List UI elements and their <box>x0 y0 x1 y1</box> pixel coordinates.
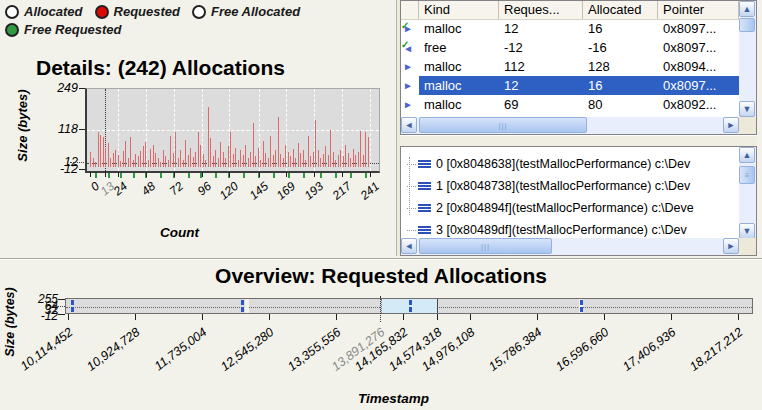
y-tick <box>58 314 65 315</box>
allocation-bar <box>278 117 279 168</box>
cell-pointer: 0x8094... <box>658 57 739 76</box>
cursor-line <box>380 296 381 322</box>
free-mark <box>160 173 162 178</box>
scroll-down-icon[interactable]: ▼ <box>739 101 755 117</box>
column-header-Reques...[interactable]: Reques... <box>499 1 583 19</box>
overview-title: Overview: Requested Allocations <box>0 264 762 288</box>
legend-radio-free-allocated[interactable]: Free Allocated <box>192 4 300 19</box>
legend-row-1: AllocatedRequestedFree Allocated <box>5 4 397 22</box>
table-hscrollbar[interactable]: ◄ ||| ► <box>401 117 739 134</box>
allocation-bar <box>153 145 154 167</box>
column-header-Kind[interactable]: Kind <box>419 1 499 19</box>
table-vscrollbar[interactable]: ▲ ▼ <box>739 1 756 117</box>
x-tick <box>286 172 287 177</box>
x-tick <box>403 314 404 320</box>
allocation-bar <box>355 155 356 167</box>
free-mark <box>288 173 290 178</box>
allocation-bar <box>305 160 306 168</box>
cell-requested: 112 <box>499 57 583 76</box>
scroll-down-icon[interactable]: ▼ <box>739 223 755 239</box>
table-row[interactable]: ►✓malloc12160x8097... <box>401 19 739 38</box>
allocation-legend: AllocatedRequestedFree Allocated Free Re… <box>5 4 397 40</box>
details-chart-title: Details: (242) Allocations <box>36 56 285 80</box>
stack-frame-row[interactable]: 3 [0x80489df](testMallocPerformance) c:\… <box>401 219 687 239</box>
x-tick <box>90 172 91 177</box>
y-tick-leader <box>52 306 65 307</box>
allocation-bar <box>160 162 161 167</box>
stack-hscroll-thumb[interactable]: ||| <box>419 238 552 254</box>
table-row[interactable]: ►malloc69800x8092... <box>401 95 739 114</box>
scroll-up-icon[interactable]: ▲ <box>739 147 755 163</box>
allocation-bar <box>145 142 146 167</box>
cell-pointer: 0x8097... <box>658 76 739 95</box>
allocation-bar <box>328 155 329 167</box>
table-row[interactable]: ►malloc1121280x8094... <box>401 57 739 76</box>
table-row[interactable]: ►✓free-12-160x8097... <box>401 38 739 57</box>
allocation-bar <box>275 150 276 168</box>
memory-profiler-window: AllocatedRequestedFree Allocated Free Re… <box>0 0 762 410</box>
allocation-bar <box>128 158 129 167</box>
y-tick <box>58 299 65 300</box>
scroll-left-icon[interactable]: ◄ <box>401 238 417 254</box>
allocation-bar <box>260 160 261 168</box>
cell-kind: malloc <box>419 19 499 38</box>
column-header-Allocated[interactable]: Allocated <box>583 1 658 19</box>
overview-band[interactable] <box>65 298 753 314</box>
column-header-Pointer[interactable]: Pointer <box>658 1 739 19</box>
allocation-bar <box>308 136 309 167</box>
row-icon-cell: ► <box>401 95 419 114</box>
column-header-icon[interactable] <box>401 1 419 19</box>
cell-requested: 69 <box>499 95 583 114</box>
scroll-up-icon[interactable]: ▲ <box>739 1 755 17</box>
allocation-bar <box>350 158 351 167</box>
allocation-bar <box>150 149 151 167</box>
allocation-bar <box>108 143 109 167</box>
allocation-bar <box>230 132 231 167</box>
stack-vscrollbar[interactable]: ▲ ≡ ▼ <box>739 147 756 239</box>
x-tick <box>229 172 230 177</box>
allocation-bar <box>285 145 286 167</box>
stack-hscrollbar[interactable]: ◄ ||| ► <box>401 238 739 255</box>
allocation-bar <box>103 137 104 167</box>
table-hscroll-thumb[interactable]: ||| <box>419 117 587 133</box>
x-tick <box>118 172 119 177</box>
allocation-bar <box>143 146 144 167</box>
stack-frame-icon <box>418 204 431 212</box>
row-icon-cell: ►✓ <box>401 38 419 57</box>
details-chart-plot[interactable] <box>85 88 380 173</box>
allocation-bar <box>173 153 174 167</box>
free-mark <box>335 173 337 178</box>
stack-frame-row[interactable]: 2 [0x804894f](testMallocPerformance) c:\… <box>401 197 694 219</box>
stack-frame-row[interactable]: 1 [0x8048738](testMallocPerformance) c:\… <box>401 175 690 197</box>
band-marker <box>241 300 244 312</box>
stack-frame-row[interactable]: 0 [0x8048638](testMallocPerformance) c:\… <box>401 153 690 175</box>
table-vscroll-thumb[interactable] <box>739 18 755 32</box>
x-tick-label: 217 <box>319 179 354 212</box>
allocation-bar <box>255 156 256 167</box>
allocation-bar <box>258 148 259 167</box>
allocation-bar <box>205 160 206 168</box>
legend-radio-free-requested[interactable]: Free Requested <box>5 22 122 37</box>
scroll-left-icon[interactable]: ◄ <box>401 117 417 133</box>
scroll-right-icon[interactable]: ► <box>723 117 739 133</box>
tree-branch <box>407 186 416 187</box>
x-tick <box>202 314 203 320</box>
allocation-bar <box>280 154 281 167</box>
table-row[interactable]: ►malloc12160x8097... <box>401 76 739 95</box>
allocation-bar <box>113 153 114 167</box>
radio-dot-icon <box>192 5 206 19</box>
x-tick <box>470 314 471 320</box>
legend-radio-allocated[interactable]: Allocated <box>5 4 83 19</box>
allocation-bar <box>90 152 91 167</box>
y-tick-label: 118 <box>34 122 78 136</box>
legend-radio-requested[interactable]: Requested <box>95 4 180 19</box>
x-tick <box>105 172 106 177</box>
radio-dot-icon <box>5 5 19 19</box>
x-tick <box>370 172 371 177</box>
scroll-right-icon[interactable]: ► <box>723 238 739 254</box>
allocation-bar <box>300 153 301 167</box>
allocation-bar <box>273 155 274 167</box>
band-gap <box>245 299 249 313</box>
allocation-bar <box>105 148 106 167</box>
stack-vscroll-thumb[interactable]: ≡ <box>739 166 755 184</box>
